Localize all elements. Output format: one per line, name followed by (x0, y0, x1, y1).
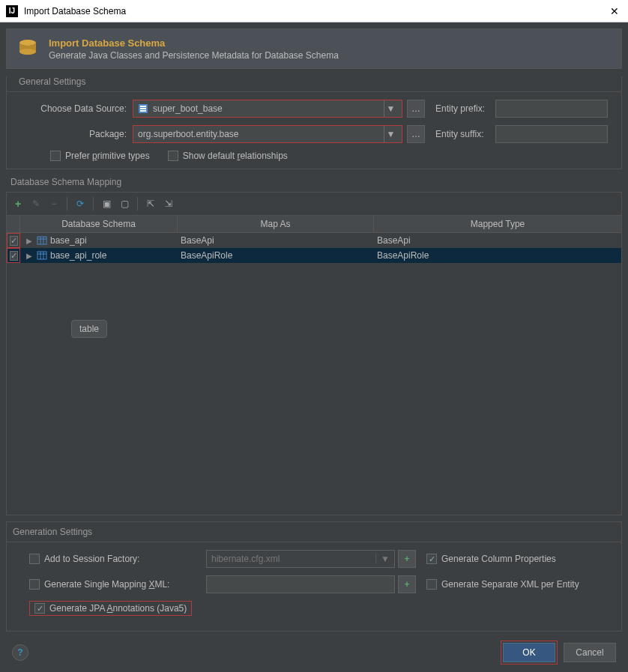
collapse-all-button[interactable]: ⇲ (160, 196, 177, 212)
edit-button[interactable]: ✎ (28, 196, 44, 212)
entity-suffix-input[interactable] (495, 125, 608, 143)
app-icon: IJ (6, 5, 18, 17)
expand-all-button[interactable]: ⇱ (142, 196, 159, 212)
row-checkbox[interactable] (10, 251, 18, 261)
table-row[interactable]: ▶base_apiBaseApiBaseApi (7, 233, 621, 248)
tooltip: table (71, 320, 107, 338)
map-as: BaseApiRole (181, 250, 232, 261)
svg-rect-4 (140, 108, 146, 109)
generate-jpa-annotations-checkbox[interactable]: Generate JPA Annotations (Java5) (34, 603, 187, 614)
checkbox-icon (168, 151, 178, 161)
refresh-button[interactable]: ⟳ (72, 196, 88, 212)
help-button[interactable]: ? (12, 644, 28, 661)
add-session-factory-checkbox[interactable]: Add to Session Factory: (29, 554, 139, 564)
grid-header: Database Schema Map As Mapped Type (7, 216, 621, 233)
column-mapped-type[interactable]: Mapped Type (374, 216, 621, 232)
deselect-all-button[interactable]: ▢ (116, 196, 133, 212)
prefer-primitive-checkbox[interactable]: Prefer primitive types (50, 151, 150, 161)
svg-point-1 (19, 49, 36, 55)
map-as: BaseApi (181, 235, 214, 246)
chevron-down-icon[interactable]: ▼ (384, 126, 397, 142)
entity-suffix-label: Entity suffix: (435, 129, 495, 139)
footer: ? OK Cancel (0, 632, 628, 672)
schema-name: base_api (50, 235, 87, 246)
add-single-mapping-button[interactable]: + (398, 575, 416, 593)
column-database-schema[interactable]: Database Schema (20, 216, 178, 232)
data-source-label: Choose Data Source: (20, 103, 133, 114)
svg-rect-3 (140, 106, 146, 107)
generate-separate-xml-label: Generate Separate XML per Entity (441, 579, 579, 590)
ok-button[interactable]: OK (503, 643, 555, 662)
table-icon (37, 250, 47, 261)
svg-rect-10 (37, 252, 46, 259)
expand-arrow-icon[interactable]: ▶ (26, 252, 34, 260)
expand-arrow-icon[interactable]: ▶ (26, 237, 34, 245)
window-title: Import Database Schema (24, 6, 607, 16)
select-all-button[interactable]: ▣ (98, 196, 115, 212)
prefer-primitive-label: Prefer primitive types (65, 151, 150, 161)
svg-rect-6 (37, 237, 46, 244)
generation-settings-label: Generation Settings (7, 522, 621, 542)
checkbox-icon (29, 554, 40, 564)
single-mapping-xml-input[interactable] (206, 575, 395, 593)
generate-jpa-annotations-wrapper: Generate JPA Annotations (Java5) (29, 601, 192, 616)
table-icon (37, 235, 47, 246)
generate-single-mapping-xml-checkbox[interactable]: Generate Single Mapping XML: (29, 579, 169, 590)
entity-prefix-input[interactable] (495, 100, 608, 118)
session-factory-placeholder: hibernate.cfg.xml (211, 554, 280, 564)
generate-column-properties-label: Generate Column Properties (441, 554, 556, 564)
generate-jpa-annotations-label: Generate JPA Annotations (Java5) (49, 603, 187, 614)
schema-grid: Database Schema Map As Mapped Type ▶base… (6, 215, 622, 515)
ok-button-highlight: OK (501, 641, 558, 665)
column-map-as[interactable]: Map As (178, 216, 374, 232)
datasource-icon (138, 103, 148, 114)
checkbox-icon (29, 579, 40, 590)
close-icon[interactable]: ✕ (607, 5, 622, 17)
package-label: Package: (20, 129, 133, 139)
checkbox-icon (426, 554, 437, 564)
checkbox-icon (426, 579, 437, 590)
titlebar: IJ Import Database Schema ✕ (0, 0, 628, 22)
checkbox-icon (34, 603, 45, 614)
package-browse-button[interactable]: … (407, 125, 425, 143)
generate-column-properties-checkbox[interactable]: Generate Column Properties (426, 554, 556, 564)
mapped-type: BaseApi (377, 235, 411, 246)
checkbox-icon (50, 151, 61, 161)
add-button[interactable]: + (10, 196, 26, 212)
general-settings-label: General Settings (7, 76, 621, 92)
svg-rect-5 (140, 110, 146, 112)
schema-name: base_api_role (50, 250, 106, 261)
package-value: org.superboot.entity.base (138, 129, 384, 139)
mapping-toolbar: + ✎ − ⟳ ▣ ▢ ⇱ ⇲ (6, 192, 622, 215)
database-icon (16, 37, 40, 61)
cancel-button[interactable]: Cancel (564, 643, 616, 662)
add-session-factory-label: Add to Session Factory: (44, 554, 139, 564)
svg-point-0 (19, 40, 36, 46)
mapped-type: BaseApiRole (377, 250, 429, 261)
chevron-down-icon[interactable]: ▼ (384, 100, 397, 117)
show-default-relationships-label: Show default relationships (183, 151, 288, 161)
entity-prefix-label: Entity prefix: (435, 103, 495, 114)
data-source-value: super_boot_base (153, 103, 384, 114)
add-session-factory-button[interactable]: + (398, 550, 416, 568)
generate-separate-xml-checkbox[interactable]: Generate Separate XML per Entity (426, 579, 579, 590)
mapping-section-label: Database Schema Mapping (6, 177, 622, 192)
data-source-browse-button[interactable]: … (407, 100, 425, 118)
banner: Import Database Schema Generate Java Cla… (6, 28, 622, 69)
row-checkbox[interactable] (10, 236, 18, 246)
banner-subtitle: Generate Java Classes and Persistence Me… (49, 50, 339, 61)
show-default-relationships-checkbox[interactable]: Show default relationships (168, 151, 288, 161)
generate-single-mapping-xml-label: Generate Single Mapping XML: (44, 579, 169, 590)
table-row[interactable]: ▶base_api_roleBaseApiRoleBaseApiRole (7, 248, 621, 263)
remove-button[interactable]: − (46, 196, 62, 212)
package-combo[interactable]: org.superboot.entity.base ▼ (133, 125, 402, 143)
chevron-down-icon: ▼ (375, 554, 390, 564)
banner-title: Import Database Schema (49, 37, 339, 49)
data-source-combo[interactable]: super_boot_base ▼ (133, 100, 402, 118)
session-factory-combo[interactable]: hibernate.cfg.xml ▼ (206, 550, 395, 568)
